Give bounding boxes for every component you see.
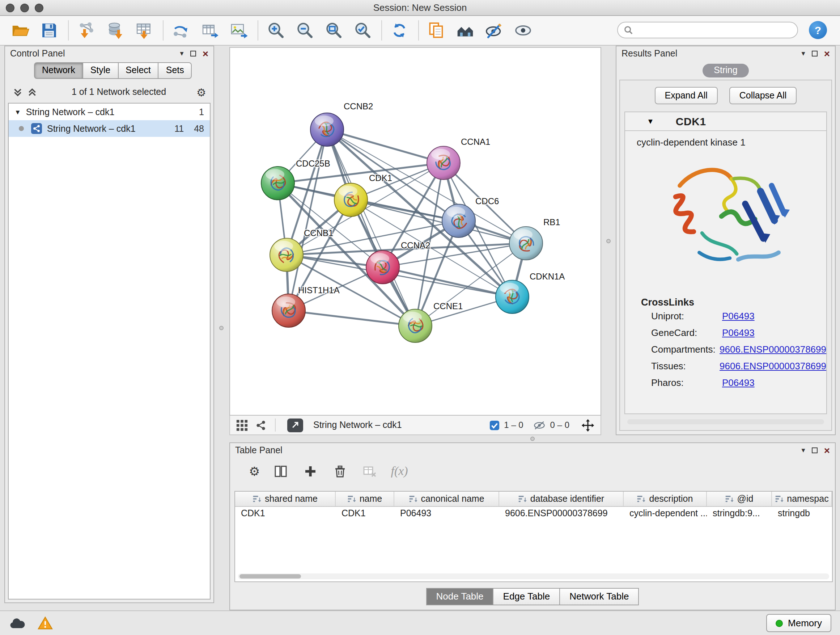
open-session-button[interactable] — [9, 19, 32, 42]
network-node-CCNE1[interactable]: CCNE1 — [399, 301, 463, 342]
zoom-selected-button[interactable] — [351, 19, 374, 42]
crosslink-link-compartments[interactable]: 9606.ENSP00000378699 — [720, 344, 826, 355]
hidden-eye-icon[interactable] — [534, 420, 546, 431]
float-panel-button[interactable] — [812, 48, 818, 59]
crosslink-link-uniprot[interactable]: P06493 — [722, 310, 755, 321]
tree-expand-icon[interactable]: ▼ — [14, 108, 21, 116]
collapse-panel-button[interactable]: ▾ — [180, 50, 184, 57]
crosslink-link-pharos[interactable]: P06493 — [722, 377, 755, 388]
show-all-button[interactable] — [512, 19, 535, 42]
collapse-all-icon[interactable] — [12, 87, 23, 97]
export-image-button[interactable] — [227, 19, 250, 42]
homes-button[interactable] — [454, 19, 477, 42]
import-table-button[interactable] — [133, 19, 156, 42]
tab-sets[interactable]: Sets — [159, 62, 192, 79]
cell-database-identifier[interactable]: 9606.ENSP00000378699 — [499, 507, 624, 521]
duplicate-document-icon — [427, 21, 446, 40]
zoom-in-button[interactable] — [264, 19, 287, 42]
hide-annotations-button[interactable] — [483, 19, 506, 42]
scrollbar-thumb[interactable] — [240, 574, 301, 578]
network-edge[interactable] — [327, 130, 415, 326]
export-table-button[interactable] — [198, 19, 221, 42]
import-network-file-button[interactable] — [74, 19, 98, 42]
close-panel-button[interactable]: × — [824, 48, 830, 58]
network-node-CCNA2[interactable]: CCNA2 — [366, 241, 430, 284]
cell-canonical-name[interactable]: P06493 — [394, 507, 499, 521]
tab-style[interactable]: Style — [83, 62, 118, 79]
table-horizontal-scrollbar[interactable] — [238, 573, 829, 579]
network-options-gear-icon[interactable]: ⚙ — [196, 87, 206, 97]
tab-string-results[interactable]: String — [702, 64, 749, 78]
crosslink-link-genecard[interactable]: P06493 — [722, 327, 755, 338]
network-row[interactable]: String Network – cdk1 11 48 — [9, 120, 210, 137]
tab-edge-table[interactable]: Edge Table — [494, 588, 561, 605]
zoom-fit-button[interactable] — [322, 19, 345, 42]
warnings-button[interactable] — [38, 616, 53, 630]
save-session-button[interactable] — [38, 19, 61, 42]
zoom-out-button[interactable] — [293, 19, 316, 42]
network-node-CCNA1[interactable]: CCNA1 — [427, 137, 490, 180]
import-network-database-button[interactable] — [103, 19, 126, 42]
export-network-button[interactable] — [169, 19, 193, 42]
apply-layout-button[interactable] — [388, 19, 411, 42]
network-node-CDKN1A[interactable]: CDKN1A — [496, 272, 565, 314]
pan-move-icon[interactable] — [581, 418, 595, 432]
cloud-status-button[interactable] — [9, 616, 26, 630]
network-edge[interactable] — [289, 130, 327, 310]
collapse-panel-button[interactable]: ▾ — [802, 447, 805, 454]
search-input[interactable] — [637, 22, 797, 38]
network-overview-button[interactable] — [255, 419, 267, 431]
tab-select[interactable]: Select — [118, 62, 159, 79]
float-panel-button[interactable] — [812, 445, 818, 455]
right-splitter-handle[interactable] — [606, 239, 611, 243]
column-header[interactable]: database identifier — [499, 492, 624, 506]
delete-column-button[interactable] — [332, 463, 349, 480]
expand-all-icon[interactable] — [27, 87, 38, 97]
tab-node-table[interactable]: Node Table — [426, 588, 493, 605]
protein-section-header[interactable]: ▼ CDK1 — [625, 112, 826, 131]
network-edge[interactable] — [289, 310, 415, 326]
memory-button[interactable]: Memory — [766, 614, 831, 632]
network-node-RB1[interactable]: RB1 — [509, 217, 561, 260]
delete-table-button-disabled[interactable] — [362, 463, 379, 480]
cell-name[interactable]: CDK1 — [336, 507, 394, 521]
birds-eye-view-button[interactable] — [236, 419, 248, 431]
network-canvas[interactable]: CCNB2CCNA1CDC25BCDK1CDC6RB1CCNB1CCNA2CDK… — [229, 47, 601, 416]
table-row[interactable]: CDK1 CDK1 P06493 9606.ENSP00000378699 cy… — [235, 507, 832, 521]
column-header[interactable]: description — [624, 492, 707, 506]
duplicate-window-button[interactable] — [425, 19, 448, 42]
close-panel-button[interactable]: × — [202, 48, 208, 58]
function-builder-button[interactable]: f(x) — [391, 464, 408, 478]
float-panel-button[interactable] — [190, 48, 196, 59]
column-header[interactable]: shared name — [235, 492, 336, 506]
column-header[interactable]: namespac — [772, 492, 832, 506]
bottom-splitter-handle[interactable] — [531, 437, 535, 441]
show-columns-button[interactable] — [272, 463, 290, 480]
network-row-label: String Network – cdk1 — [47, 124, 136, 134]
cell-shared-name[interactable]: CDK1 — [235, 507, 336, 521]
collapse-all-button[interactable]: Collapse All — [729, 87, 797, 104]
column-header[interactable]: canonical name — [394, 492, 499, 506]
table-settings-gear-icon[interactable]: ⚙ — [249, 465, 260, 478]
cell-namespace[interactable]: stringdb — [772, 507, 832, 521]
column-header[interactable]: @id — [707, 492, 772, 506]
cell-id[interactable]: stringdb:9... — [707, 507, 772, 521]
add-column-button[interactable] — [302, 463, 319, 480]
left-splitter-handle[interactable] — [219, 326, 224, 330]
expand-all-button[interactable]: Expand All — [655, 87, 718, 104]
section-expand-icon[interactable]: ▼ — [647, 117, 654, 125]
collapse-panel-button[interactable]: ▾ — [802, 50, 805, 57]
help-button[interactable]: ? — [809, 21, 827, 39]
selected-checkbox-icon[interactable] — [489, 420, 500, 431]
network-node-HIST1H1A[interactable]: HIST1H1A — [272, 285, 340, 327]
network-collection-row[interactable]: ▼ String Network – cdk1 1 — [9, 103, 210, 120]
crosslink-link-tissues[interactable]: 9606.ENSP00000378699 — [720, 361, 826, 371]
cell-description[interactable]: cyclin-dependent ... — [624, 507, 707, 521]
network-edge[interactable] — [383, 267, 512, 297]
tab-network[interactable]: Network — [34, 62, 83, 79]
column-header[interactable]: name — [336, 492, 394, 506]
tab-network-table[interactable]: Network Table — [560, 588, 639, 605]
results-horizontal-scrollbar[interactable] — [627, 419, 824, 424]
close-panel-button[interactable]: × — [824, 445, 830, 455]
detach-view-button[interactable] — [287, 418, 303, 432]
